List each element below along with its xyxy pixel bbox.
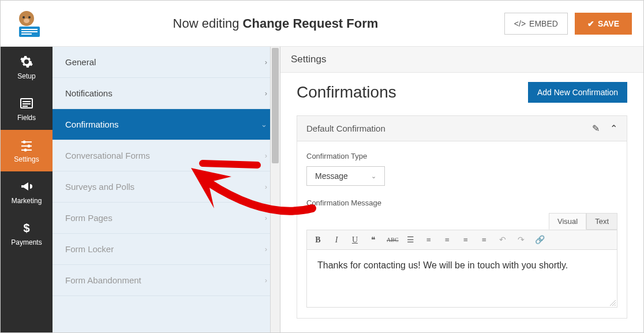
chevron-down-icon: ⌄ bbox=[371, 173, 376, 180]
svg-point-3 bbox=[24, 18, 29, 23]
editor-toolbar: B I U ❝ ABC ☰ ≡ ≡ ≡ ≡ ↶ ↷ 🔗 bbox=[306, 230, 617, 250]
editor-tab-text[interactable]: Text bbox=[586, 213, 617, 230]
svg-rect-5 bbox=[21, 29, 38, 30]
chevron-right-icon: › bbox=[265, 58, 267, 66]
add-confirmation-button[interactable]: Add New Confirmation bbox=[528, 82, 627, 103]
confirmation-type-label: Confirmation Type bbox=[306, 152, 617, 160]
confirmation-message-label: Confirmation Message bbox=[306, 199, 617, 207]
bullet-list-icon[interactable]: ☰ bbox=[405, 235, 415, 245]
bold-icon[interactable]: B bbox=[313, 235, 323, 245]
check-icon: ✔ bbox=[587, 19, 594, 28]
sidebar-item-general[interactable]: General › bbox=[53, 47, 280, 78]
editor-tab-visual[interactable]: Visual bbox=[549, 213, 586, 230]
svg-point-1 bbox=[23, 16, 25, 18]
sidebar-item-confirmations[interactable]: Confirmations ⌄ bbox=[53, 109, 280, 140]
scrollbar-thumb[interactable] bbox=[272, 48, 279, 163]
confirmation-type-select[interactable]: Message ⌄ bbox=[306, 166, 385, 186]
svg-text:$: $ bbox=[23, 222, 29, 234]
svg-point-13 bbox=[23, 141, 26, 144]
main-layout: Setup Fields Settings Marketing $ Paymen… bbox=[1, 47, 643, 332]
svg-rect-7 bbox=[21, 33, 32, 35]
content-header: Settings bbox=[280, 47, 643, 73]
number-list-icon[interactable]: ≡ bbox=[424, 235, 434, 245]
confirmation-panel: Default Confirmation ✎ ⌃ Confirmation Ty… bbox=[297, 115, 627, 319]
nav-item-fields[interactable]: Fields bbox=[1, 88, 53, 130]
message-editor[interactable]: Thanks for contacting us! We will be in … bbox=[306, 250, 617, 308]
strikethrough-icon[interactable]: ABC bbox=[387, 237, 397, 243]
align-right-icon[interactable]: ≡ bbox=[479, 235, 489, 245]
sidebar-item-form-locker[interactable]: Form Locker › bbox=[53, 234, 280, 265]
app-header: Now editing Change Request Form </> EMBE… bbox=[1, 1, 643, 47]
chevron-right-icon: › bbox=[265, 182, 267, 191]
italic-icon[interactable]: I bbox=[331, 235, 342, 245]
page-title-area: Now editing Change Request Form bbox=[47, 16, 504, 31]
sidebar-item-form-pages[interactable]: Form Pages › bbox=[53, 203, 280, 234]
align-left-icon[interactable]: ≡ bbox=[442, 235, 452, 245]
underline-icon[interactable]: U bbox=[350, 235, 360, 245]
left-nav: Setup Fields Settings Marketing $ Paymen… bbox=[1, 47, 53, 332]
collapse-icon[interactable]: ⌃ bbox=[610, 123, 617, 134]
form-name: Change Request Form bbox=[243, 16, 379, 31]
nav-item-setup[interactable]: Setup bbox=[1, 47, 53, 88]
svg-point-17 bbox=[24, 149, 27, 152]
undo-icon[interactable]: ↶ bbox=[497, 235, 508, 245]
sidebar-scrollbar[interactable] bbox=[270, 47, 280, 332]
nav-item-settings[interactable]: Settings bbox=[1, 130, 53, 171]
sidebar-item-notifications[interactable]: Notifications › bbox=[53, 78, 280, 109]
sliders-icon bbox=[20, 138, 33, 152]
align-center-icon[interactable]: ≡ bbox=[460, 235, 471, 245]
svg-point-15 bbox=[28, 145, 31, 148]
sidebar-item-form-abandonment[interactable]: Form Abandonment › bbox=[53, 265, 280, 296]
svg-line-21 bbox=[615, 305, 616, 306]
chevron-down-icon: ⌄ bbox=[261, 120, 267, 129]
sidebar-item-surveys-polls[interactable]: Surveys and Polls › bbox=[53, 171, 280, 203]
content-title: Confirmations bbox=[297, 83, 396, 102]
embed-button[interactable]: </> EMBED bbox=[504, 13, 568, 35]
svg-point-2 bbox=[28, 16, 31, 18]
nav-item-marketing[interactable]: Marketing bbox=[1, 171, 53, 213]
list-icon bbox=[20, 96, 33, 110]
gear-icon bbox=[20, 55, 33, 69]
chevron-right-icon: › bbox=[265, 89, 267, 98]
chevron-right-icon: › bbox=[265, 151, 267, 160]
bullhorn-icon bbox=[20, 179, 33, 193]
sidebar-item-conversational-forms[interactable]: Conversational Forms › bbox=[53, 140, 280, 171]
link-icon[interactable]: 🔗 bbox=[534, 235, 545, 245]
nav-item-payments[interactable]: $ Payments bbox=[1, 213, 53, 255]
editing-prefix: Now editing bbox=[173, 16, 239, 31]
dollar-icon: $ bbox=[20, 221, 33, 235]
svg-rect-6 bbox=[21, 31, 38, 32]
app-logo bbox=[12, 9, 47, 38]
panel-title: Default Confirmation bbox=[306, 124, 385, 133]
panel-header[interactable]: Default Confirmation ✎ ⌃ bbox=[297, 116, 627, 141]
chevron-right-icon: › bbox=[265, 276, 267, 285]
content-area: Settings Confirmations Add New Confirmat… bbox=[280, 47, 643, 332]
redo-icon[interactable]: ↷ bbox=[516, 235, 526, 245]
code-icon: </> bbox=[514, 19, 526, 28]
settings-sidebar: General › Notifications › Confirmations … bbox=[53, 47, 280, 332]
edit-icon[interactable]: ✎ bbox=[592, 123, 600, 134]
chevron-right-icon: › bbox=[265, 214, 267, 222]
save-button[interactable]: ✔ SAVE bbox=[575, 13, 632, 35]
resize-handle-icon[interactable] bbox=[609, 299, 616, 306]
quote-icon[interactable]: ❝ bbox=[368, 235, 379, 245]
chevron-right-icon: › bbox=[265, 245, 267, 253]
